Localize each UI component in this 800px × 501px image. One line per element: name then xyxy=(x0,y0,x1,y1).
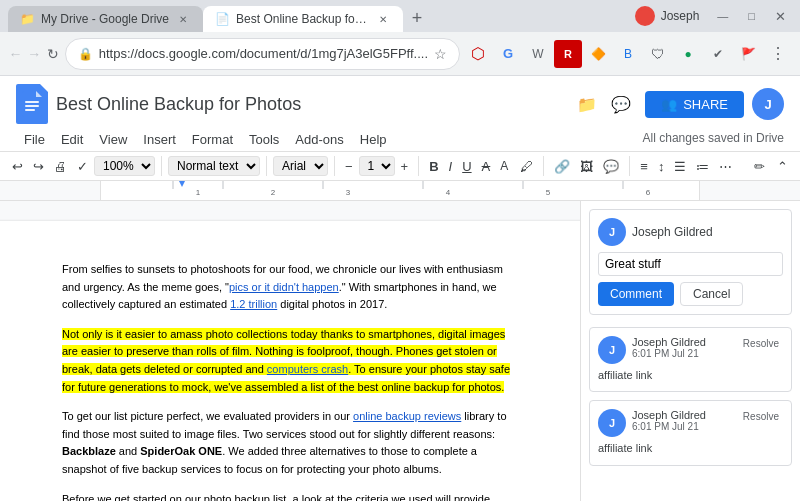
tab-drive[interactable]: 📁 My Drive - Google Drive ✕ xyxy=(8,6,203,32)
browser-titlebar: 📁 My Drive - Google Drive ✕ 📄 Best Onlin… xyxy=(0,0,800,32)
thread2-resolve-button[interactable]: Resolve xyxy=(739,409,783,424)
ext-google[interactable]: G xyxy=(494,40,522,68)
forward-button[interactable]: → xyxy=(27,40,42,68)
menu-view[interactable]: View xyxy=(91,128,135,151)
share-button[interactable]: 👥 SHARE xyxy=(645,91,744,118)
menu-file[interactable]: File xyxy=(16,128,53,151)
comment-thread-1: J Joseph Gildred 6:01 PM Jul 21 Resolve … xyxy=(589,327,792,392)
bold-button[interactable]: B xyxy=(425,157,442,176)
italic-button[interactable]: I xyxy=(445,157,457,176)
svg-marker-17 xyxy=(179,181,185,187)
line-spacing-button[interactable]: ↕ xyxy=(654,157,669,176)
image-button[interactable]: 🖼 xyxy=(576,157,597,176)
thread2-author: Joseph Gildred xyxy=(632,409,733,421)
tab-favicon-docs: 📄 xyxy=(215,12,230,26)
menu-edit[interactable]: Edit xyxy=(53,128,91,151)
para1-link2[interactable]: 1.2 trillion xyxy=(230,298,277,310)
toolbar-divider-1 xyxy=(161,156,162,176)
para3-text3: and xyxy=(116,445,140,457)
thread1-resolve-button[interactable]: Resolve xyxy=(739,336,783,351)
font-size-increase[interactable]: + xyxy=(397,157,413,176)
font-select[interactable]: Arial xyxy=(273,156,328,176)
folder-icon[interactable]: 📁 xyxy=(577,95,597,114)
ext-flag[interactable]: 🚩 xyxy=(734,40,762,68)
para4-text: Before we get started on our photo backu… xyxy=(62,493,490,501)
window-controls: — □ ✕ xyxy=(711,7,792,26)
ext-shield[interactable]: 🛡 xyxy=(644,40,672,68)
page-title[interactable]: Best Online Backup for Photos xyxy=(56,94,569,115)
comment-submit-button[interactable]: Comment xyxy=(598,282,674,306)
menu-tools[interactable]: Tools xyxy=(241,128,287,151)
expand-button[interactable]: ⌃ xyxy=(773,157,792,176)
close-button[interactable]: ✕ xyxy=(769,7,792,26)
profile-icon xyxy=(635,6,655,26)
profile-name: Joseph xyxy=(661,9,700,23)
user-avatar[interactable]: J xyxy=(752,88,784,120)
thread1-body: affiliate link xyxy=(598,368,783,383)
back-button[interactable]: ← xyxy=(8,40,23,68)
page-container[interactable]: From selfies to sunsets to photoshoots f… xyxy=(0,201,580,501)
docs-body: From selfies to sunsets to photoshoots f… xyxy=(0,201,800,501)
print-button[interactable]: 🖨 xyxy=(50,157,71,176)
tab-docs[interactable]: 📄 Best Online Backup for P... ✕ xyxy=(203,6,403,32)
font-size-decrease[interactable]: − xyxy=(341,157,357,176)
font-size-select[interactable]: 11 xyxy=(359,156,395,176)
style-select[interactable]: Normal text xyxy=(168,156,260,176)
para1-link1[interactable]: pics or it didn't happen xyxy=(229,281,339,293)
para2-link[interactable]: computers crash xyxy=(267,363,348,375)
more-toolbar[interactable]: ⋯ xyxy=(715,157,736,176)
address-bar[interactable]: 🔒 https://docs.google.com/document/d/1mg… xyxy=(65,38,460,70)
para3-backblaze: Backblaze xyxy=(62,445,116,457)
ext-green[interactable]: ● xyxy=(674,40,702,68)
menu-help[interactable]: Help xyxy=(352,128,395,151)
para2-highlighted: Not only is it easier to amass photo col… xyxy=(62,328,510,393)
comment-button[interactable]: 💬 xyxy=(599,157,623,176)
text-color-button[interactable]: A xyxy=(496,157,514,175)
compose-avatar: J xyxy=(598,218,626,246)
underline-button[interactable]: U xyxy=(458,157,475,176)
list-button[interactable]: ☰ xyxy=(670,157,690,176)
new-tab-button[interactable]: + xyxy=(403,4,431,32)
para1-text3: digital photos in 2017. xyxy=(277,298,387,310)
extension-icons: ⬡ G W R 🔶 B 🛡 ● ✔ 🚩 ⋮ xyxy=(464,40,792,68)
redo-button[interactable]: ↪ xyxy=(29,157,48,176)
zoom-select[interactable]: 100% xyxy=(94,156,155,176)
spellcheck-button[interactable]: ✓ xyxy=(73,157,92,176)
ext-check[interactable]: ✔ xyxy=(704,40,732,68)
thread1-header: J Joseph Gildred 6:01 PM Jul 21 Resolve xyxy=(598,336,783,364)
edit-mode-button[interactable]: ✏ xyxy=(750,157,769,176)
docs-app: Best Online Backup for Photos 📁 💬 👥 SHAR… xyxy=(0,76,800,501)
comment-input[interactable] xyxy=(598,252,783,276)
more-extensions[interactable]: ⋮ xyxy=(764,40,792,68)
refresh-button[interactable]: ↻ xyxy=(46,40,61,68)
toolbar-divider-6 xyxy=(629,156,630,176)
menu-insert[interactable]: Insert xyxy=(135,128,184,151)
align-button[interactable]: ≡ xyxy=(636,157,652,176)
ext-blue[interactable]: B xyxy=(614,40,642,68)
strikethrough-button[interactable]: A xyxy=(478,157,495,176)
comment-cancel-button[interactable]: Cancel xyxy=(680,282,743,306)
link-button[interactable]: 🔗 xyxy=(550,157,574,176)
ext-word[interactable]: W xyxy=(524,40,552,68)
svg-rect-2 xyxy=(25,101,39,103)
comment-compose: J Joseph Gildred Comment Cancel xyxy=(589,209,792,315)
bookmark-icon[interactable]: ☆ xyxy=(434,46,447,62)
para3-link[interactable]: online backup reviews xyxy=(353,410,461,422)
numbered-list-button[interactable]: ≔ xyxy=(692,157,713,176)
menu-format[interactable]: Format xyxy=(184,128,241,151)
ext-red1[interactable]: R xyxy=(554,40,582,68)
thread1-author: Joseph Gildred xyxy=(632,336,733,348)
maximize-button[interactable]: □ xyxy=(742,8,761,24)
tab-close-docs[interactable]: ✕ xyxy=(375,11,391,27)
menu-addons[interactable]: Add-ons xyxy=(287,128,351,151)
highlight-button[interactable]: 🖊 xyxy=(516,157,537,176)
undo-button[interactable]: ↩ xyxy=(8,157,27,176)
tab-label-drive: My Drive - Google Drive xyxy=(41,12,169,26)
tab-close-drive[interactable]: ✕ xyxy=(175,11,191,27)
minimize-button[interactable]: — xyxy=(711,8,734,24)
ext-orange[interactable]: 🔶 xyxy=(584,40,612,68)
comments-button[interactable]: 💬 xyxy=(605,88,637,120)
svg-text:4: 4 xyxy=(446,188,451,197)
browser-addressbar: ← → ↻ 🔒 https://docs.google.com/document… xyxy=(0,32,800,76)
ext-lastpass[interactable]: ⬡ xyxy=(464,40,492,68)
